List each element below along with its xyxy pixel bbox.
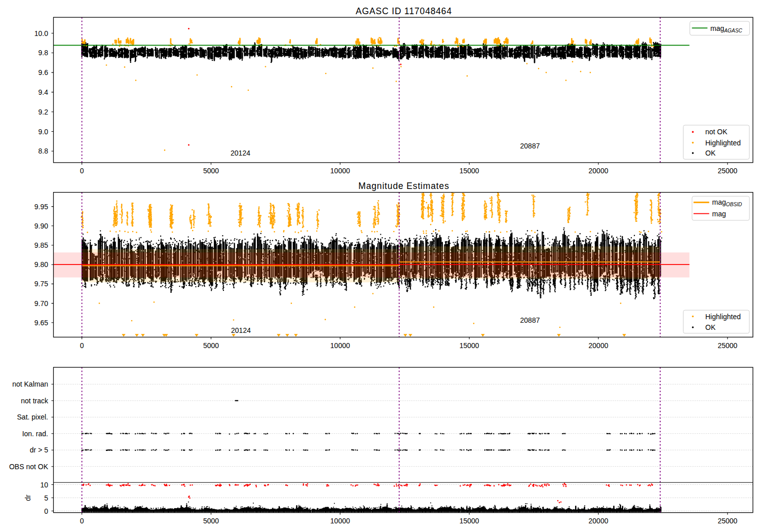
svg-text:9.70: 9.70 bbox=[34, 299, 48, 308]
svg-text:8.8: 8.8 bbox=[39, 147, 49, 155]
svg-text:25000: 25000 bbox=[717, 517, 737, 525]
svg-text:15000: 15000 bbox=[460, 341, 479, 350]
svg-text:9.90: 9.90 bbox=[34, 222, 48, 230]
svg-text:10.0: 10.0 bbox=[34, 29, 48, 37]
svg-text:10: 10 bbox=[40, 481, 48, 489]
svg-text:Sat. pixel.: Sat. pixel. bbox=[17, 413, 48, 421]
svg-text:0: 0 bbox=[80, 517, 84, 525]
svg-text:10000: 10000 bbox=[330, 167, 350, 175]
svg-text:5000: 5000 bbox=[203, 517, 219, 525]
svg-text:dr > 5: dr > 5 bbox=[30, 446, 48, 454]
svg-text:AGASC ID 117048464: AGASC ID 117048464 bbox=[356, 6, 452, 16]
svg-text:9.65: 9.65 bbox=[34, 319, 48, 327]
svg-text:9.80: 9.80 bbox=[34, 260, 48, 269]
svg-text:5000: 5000 bbox=[203, 341, 219, 350]
svg-text:9.2: 9.2 bbox=[39, 108, 49, 116]
svg-text:Highlighted: Highlighted bbox=[705, 313, 741, 321]
svg-text:Highlighted: Highlighted bbox=[705, 139, 741, 147]
svg-text:20000: 20000 bbox=[589, 167, 609, 175]
svg-text:25000: 25000 bbox=[717, 341, 737, 350]
svg-text:20124: 20124 bbox=[231, 326, 251, 334]
svg-text:not OK: not OK bbox=[705, 128, 728, 136]
svg-text:15000: 15000 bbox=[460, 167, 479, 175]
svg-text:5000: 5000 bbox=[203, 167, 219, 175]
svg-text:25000: 25000 bbox=[717, 167, 737, 175]
svg-text:OBS not OK: OBS not OK bbox=[9, 463, 49, 471]
svg-text:9.8: 9.8 bbox=[39, 49, 49, 57]
svg-text:mag: mag bbox=[712, 210, 726, 218]
svg-text:Ion. rad.: Ion. rad. bbox=[22, 430, 48, 438]
svg-text:not track: not track bbox=[21, 397, 49, 405]
svg-text:9.75: 9.75 bbox=[34, 280, 48, 288]
svg-text:OK: OK bbox=[705, 149, 716, 157]
svg-text:9.95: 9.95 bbox=[34, 203, 48, 211]
svg-text:not Kalman: not Kalman bbox=[12, 380, 48, 388]
svg-text:9.4: 9.4 bbox=[39, 88, 49, 96]
svg-text:dr: dr bbox=[24, 495, 32, 501]
svg-text:20000: 20000 bbox=[589, 341, 609, 350]
svg-text:0: 0 bbox=[44, 507, 48, 515]
svg-text:20887: 20887 bbox=[520, 316, 540, 324]
svg-text:20000: 20000 bbox=[589, 517, 609, 525]
svg-text:0: 0 bbox=[80, 341, 84, 350]
svg-text:20887: 20887 bbox=[520, 142, 540, 150]
svg-text:10000: 10000 bbox=[330, 517, 350, 525]
svg-text:Magnitude Estimates: Magnitude Estimates bbox=[358, 181, 449, 191]
svg-text:15000: 15000 bbox=[460, 517, 479, 525]
svg-text:9.85: 9.85 bbox=[34, 241, 48, 249]
svg-text:5: 5 bbox=[44, 494, 48, 502]
svg-text:9.0: 9.0 bbox=[39, 128, 49, 136]
svg-text:0: 0 bbox=[80, 167, 84, 175]
svg-text:OK: OK bbox=[705, 323, 716, 331]
svg-text:20124: 20124 bbox=[231, 149, 250, 157]
svg-text:9.6: 9.6 bbox=[39, 68, 49, 77]
svg-text:10000: 10000 bbox=[330, 341, 350, 350]
